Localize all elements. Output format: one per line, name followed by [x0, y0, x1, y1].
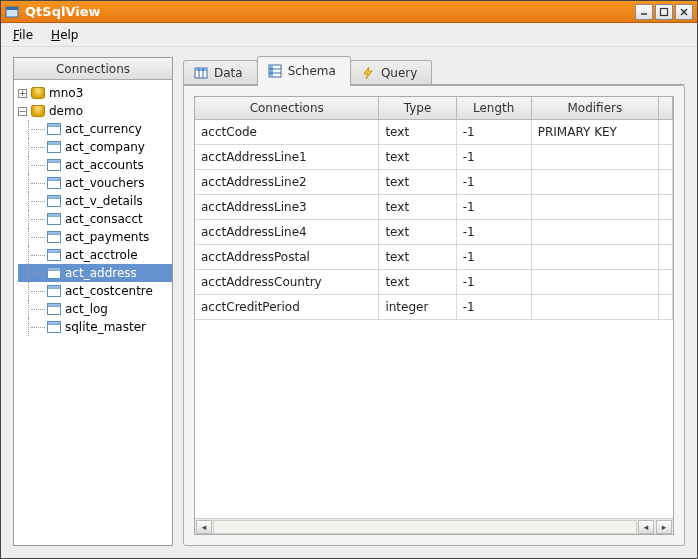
tab-query[interactable]: Query	[350, 60, 432, 85]
cell[interactable]: integer	[379, 295, 456, 320]
cell[interactable]: acctAddressPostal	[195, 245, 379, 270]
tree-table-act_accounts[interactable]: act_accounts	[18, 156, 172, 174]
tab-data[interactable]: Data	[183, 60, 258, 85]
cell[interactable]: text	[379, 195, 456, 220]
table-row[interactable]: acctAddressLine1text-1	[195, 145, 673, 170]
collapse-icon[interactable]: −	[18, 107, 27, 116]
table-row[interactable]: acctCodetext-1PRIMARY KEY	[195, 120, 673, 145]
tree-table-act_currency[interactable]: act_currency	[18, 120, 172, 138]
tree-table-act_payments[interactable]: act_payments	[18, 228, 172, 246]
cell[interactable]: acctCode	[195, 120, 379, 145]
tree-db-demo[interactable]: −demo	[18, 102, 172, 120]
close-button[interactable]	[675, 4, 693, 20]
cell[interactable]: -1	[456, 220, 531, 245]
tree-item-label: act_acctrole	[65, 248, 138, 262]
table-row[interactable]: acctAddressLine4text-1	[195, 220, 673, 245]
cell[interactable]: text	[379, 170, 456, 195]
tree-item-label: act_vouchers	[65, 176, 144, 190]
tree-table-act_vouchers[interactable]: act_vouchers	[18, 174, 172, 192]
scroll-left-icon[interactable]: ◂	[196, 520, 212, 534]
schema-grid-scroll[interactable]: Connections Type Length Modifiers acctCo…	[195, 97, 673, 518]
cell[interactable]: -1	[456, 170, 531, 195]
cell[interactable]: acctAddressLine4	[195, 220, 379, 245]
cell[interactable]	[531, 145, 658, 170]
tree-item-label: act_costcentre	[65, 284, 153, 298]
cell[interactable]: acctAddressLine2	[195, 170, 379, 195]
maximize-button[interactable]	[655, 4, 673, 20]
cell[interactable]: text	[379, 145, 456, 170]
schema-tab-pane: Connections Type Length Modifiers acctCo…	[183, 85, 685, 546]
tree-table-act_v_details[interactable]: act_v_details	[18, 192, 172, 210]
titlebar: QtSqlView	[1, 1, 697, 23]
tree-table-act_company[interactable]: act_company	[18, 138, 172, 156]
scroll-left2-icon[interactable]: ◂	[638, 520, 654, 534]
cell[interactable]	[531, 170, 658, 195]
col-tail	[659, 97, 673, 120]
col-length[interactable]: Length	[456, 97, 531, 120]
cell-tail	[659, 120, 673, 145]
tree-table-sqlite_master[interactable]: sqlite_master	[18, 318, 172, 336]
cell[interactable]	[531, 195, 658, 220]
table-row[interactable]: acctAddressPostaltext-1	[195, 245, 673, 270]
tree-item-label: act_consacct	[65, 212, 143, 226]
cell[interactable]: -1	[456, 195, 531, 220]
cell[interactable]: text	[379, 245, 456, 270]
connections-tree[interactable]: +mno3−demoact_currencyact_companyact_acc…	[14, 80, 172, 545]
tree-table-act_address[interactable]: act_address	[18, 264, 172, 282]
cell[interactable]: acctAddressLine3	[195, 195, 379, 220]
horizontal-scrollbar[interactable]: ◂ ◂ ▸	[195, 518, 673, 534]
tree-item-label: act_log	[65, 302, 108, 316]
cell[interactable]: text	[379, 220, 456, 245]
tab-schema-label: Schema	[288, 64, 336, 78]
table-icon	[47, 213, 61, 225]
minimize-button[interactable]	[635, 4, 653, 20]
cell[interactable]: -1	[456, 145, 531, 170]
cell[interactable]: text	[379, 270, 456, 295]
cell[interactable]: -1	[456, 295, 531, 320]
tree-db-mno3[interactable]: +mno3	[18, 84, 172, 102]
scroll-right-icon[interactable]: ▸	[656, 520, 672, 534]
tree-table-act_log[interactable]: act_log	[18, 300, 172, 318]
tree-item-label: mno3	[49, 86, 83, 100]
cell[interactable]: PRIMARY KEY	[531, 120, 658, 145]
content-area: Connections +mno3−demoact_currencyact_co…	[1, 47, 697, 558]
cell[interactable]: -1	[456, 270, 531, 295]
table-row[interactable]: acctAddressLine2text-1	[195, 170, 673, 195]
tree-item-label: act_address	[65, 266, 137, 280]
tab-schema[interactable]: Schema	[257, 56, 351, 85]
cell-tail	[659, 145, 673, 170]
tree-table-act_costcentre[interactable]: act_costcentre	[18, 282, 172, 300]
tree-table-act_acctrole[interactable]: act_acctrole	[18, 246, 172, 264]
table-row[interactable]: acctAddressLine3text-1	[195, 195, 673, 220]
menu-file[interactable]: File	[9, 26, 37, 44]
table-icon	[47, 177, 61, 189]
cell[interactable]: acctAddressCountry	[195, 270, 379, 295]
cell[interactable]: text	[379, 120, 456, 145]
cell-tail	[659, 245, 673, 270]
cell[interactable]	[531, 295, 658, 320]
cell[interactable]: -1	[456, 120, 531, 145]
cell[interactable]: acctCreditPeriod	[195, 295, 379, 320]
table-row[interactable]: acctAddressCountrytext-1	[195, 270, 673, 295]
expand-icon[interactable]: +	[18, 89, 27, 98]
cell-tail	[659, 295, 673, 320]
col-connections[interactable]: Connections	[195, 97, 379, 120]
col-type[interactable]: Type	[379, 97, 456, 120]
scroll-track[interactable]	[213, 520, 637, 534]
tree-table-act_consacct[interactable]: act_consacct	[18, 210, 172, 228]
detail-panel: Data Schema Query	[183, 57, 685, 546]
menu-help[interactable]: Help	[47, 26, 82, 44]
connections-panel-header: Connections	[14, 58, 172, 80]
cell[interactable]	[531, 270, 658, 295]
cell[interactable]	[531, 245, 658, 270]
table-row[interactable]: acctCreditPeriodinteger-1	[195, 295, 673, 320]
col-modifiers[interactable]: Modifiers	[531, 97, 658, 120]
cell-tail	[659, 170, 673, 195]
table-icon	[47, 303, 61, 315]
cell[interactable]: -1	[456, 245, 531, 270]
cell-tail	[659, 270, 673, 295]
tree-item-label: sqlite_master	[65, 320, 146, 334]
cell[interactable]	[531, 220, 658, 245]
tree-item-label: act_company	[65, 140, 145, 154]
cell[interactable]: acctAddressLine1	[195, 145, 379, 170]
